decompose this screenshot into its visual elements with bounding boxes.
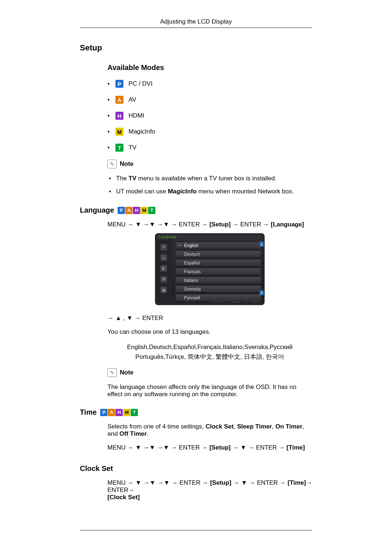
mode-item: P PC / DVI: [107, 80, 312, 88]
note-icon: ✎: [107, 160, 117, 168]
chip-strip: P A H M T: [118, 207, 155, 214]
osd-sidebar: ✦ ▭ ◐ ✿ ▣: [155, 239, 172, 297]
osd-item[interactable]: Deutsch: [175, 250, 261, 258]
chip-p-icon: P: [100, 409, 107, 416]
header-title: Adjusting the LCD Display: [160, 18, 232, 25]
note-block: ✎ Note: [107, 160, 312, 168]
page-header: Adjusting the LCD Display: [80, 18, 312, 28]
osd-scrollbar[interactable]: ▴ ▾: [260, 242, 264, 295]
language-list-line1: English,Deutsch,Español,Français,Italian…: [107, 342, 312, 352]
clock-set-body: MENU → ▼ →▼ →▼ → ENTER → [Setup] → ▼ → E…: [107, 479, 312, 501]
chip-m-icon: M: [140, 207, 148, 214]
mode-item: M MagicInfo: [107, 128, 312, 136]
check-icon: ✔: [178, 243, 182, 247]
osd-item-selected[interactable]: ✔English: [175, 242, 261, 249]
osd-tab-icon[interactable]: ▭: [160, 254, 167, 261]
osd-item[interactable]: Svenska: [175, 285, 261, 293]
mode-label: MagicInfo: [128, 128, 155, 135]
mode-item: A AV: [107, 96, 312, 104]
chip-a-icon: A: [125, 207, 132, 214]
time-intro: Selects from one of 4 time settings, Clo…: [107, 423, 312, 438]
note-label: Note: [120, 369, 134, 376]
mode-chip-m: M: [115, 128, 123, 136]
chip-t-icon: T: [148, 207, 155, 214]
heading-time: Time: [80, 408, 97, 416]
note-list: The TV menu is available when a TV tuner…: [107, 175, 312, 195]
mode-label: PC / DVI: [128, 80, 152, 87]
chip-a-icon: A: [108, 409, 115, 416]
osd-item[interactable]: Español: [175, 259, 261, 267]
mode-chip-a: A: [115, 96, 123, 104]
note-label: Note: [120, 160, 134, 168]
mode-label: AV: [128, 96, 136, 103]
chip-h-icon: H: [115, 409, 123, 416]
language-list-line2: Português,Türkçe, 简体中文, 繁體中文, 日本語, 한국어: [107, 352, 312, 362]
chip-t-icon: T: [131, 409, 138, 416]
osd-title: Language: [155, 234, 264, 239]
osd-tab-icon[interactable]: ✦: [160, 244, 167, 250]
section-available-modes: Available Modes P PC / DVI A AV H HDMI M…: [107, 63, 312, 195]
osd-item[interactable]: Français: [175, 268, 261, 275]
mode-item: H HDMI: [107, 112, 312, 120]
osd-tab-icon[interactable]: ◐: [160, 265, 167, 272]
mode-chip-p: P: [115, 80, 123, 88]
mode-chip-h: H: [115, 112, 123, 120]
language-can-choose: You can choose one of 13 languages.: [107, 328, 312, 336]
language-body: MENU → ▼ →▼ →▼ → ENTER → [Setup] → ENTER…: [107, 221, 312, 398]
mode-item: T TV: [107, 144, 312, 152]
osd-list: ✔English Deutsch Español Français Italia…: [172, 239, 264, 297]
heading-available-modes: Available Modes: [107, 63, 312, 72]
page: Adjusting the LCD Display Setup Availabl…: [40, 0, 352, 552]
modes-list: P PC / DVI A AV H HDMI M MagicInfo T TV: [107, 80, 312, 152]
osd-item[interactable]: Italiano: [175, 276, 261, 284]
heading-language: Language: [80, 206, 114, 214]
section-language-header: Language P A H M T: [80, 206, 312, 214]
chip-h-icon: H: [133, 207, 140, 214]
time-body: Selects from one of 4 time settings, Clo…: [107, 423, 312, 451]
chip-m-icon: M: [123, 409, 130, 416]
mode-label: TV: [128, 144, 136, 151]
heading-setup: Setup: [80, 43, 312, 53]
osd-tab-icon[interactable]: ✿: [160, 276, 167, 283]
note-icon: ✎: [107, 368, 117, 377]
clock-set-nav-path: MENU → ▼ →▼ →▼ → ENTER → [Setup] → ▼ → E…: [107, 479, 312, 501]
mode-chip-t: T: [115, 144, 123, 152]
scroll-up-icon[interactable]: ▴: [260, 242, 264, 247]
osd-item[interactable]: Русский: [175, 294, 261, 301]
note-item: The TV menu is available when a TV tuner…: [107, 175, 312, 182]
language-nav-path-2: → ▲ , ▼ → ENTER: [107, 315, 312, 322]
chip-p-icon: P: [118, 207, 125, 214]
time-nav-path: MENU → ▼ →▼ →▼ → ENTER → [Setup] → ▼ → E…: [107, 444, 312, 451]
footer-rule: [80, 530, 312, 530]
chip-strip: P A H M T: [100, 409, 138, 416]
mode-label: HDMI: [128, 112, 144, 119]
scroll-down-icon[interactable]: ▾: [260, 290, 264, 295]
note-item: UT model can use MagicInfo menu when mou…: [107, 188, 312, 195]
language-note-text: The language chosen affects only the lan…: [107, 383, 312, 398]
osd-body: ✦ ▭ ◐ ✿ ▣ ✔English Deutsch Español Franç…: [155, 239, 264, 297]
language-nav-path: MENU → ▼ →▼ →▼ → ENTER → [Setup] → ENTER…: [107, 221, 312, 228]
language-list: English,Deutsch,Español,Français,Italian…: [107, 342, 312, 362]
osd-window: Language ✦ ▭ ◐ ✿ ▣ ✔English Deutsch Espa…: [155, 233, 265, 305]
note-block: ✎ Note: [107, 368, 312, 377]
osd-tab-icon[interactable]: ▣: [160, 287, 167, 293]
section-time-header: Time P A H M T: [80, 408, 312, 416]
heading-clock-set: Clock Set: [80, 464, 312, 473]
